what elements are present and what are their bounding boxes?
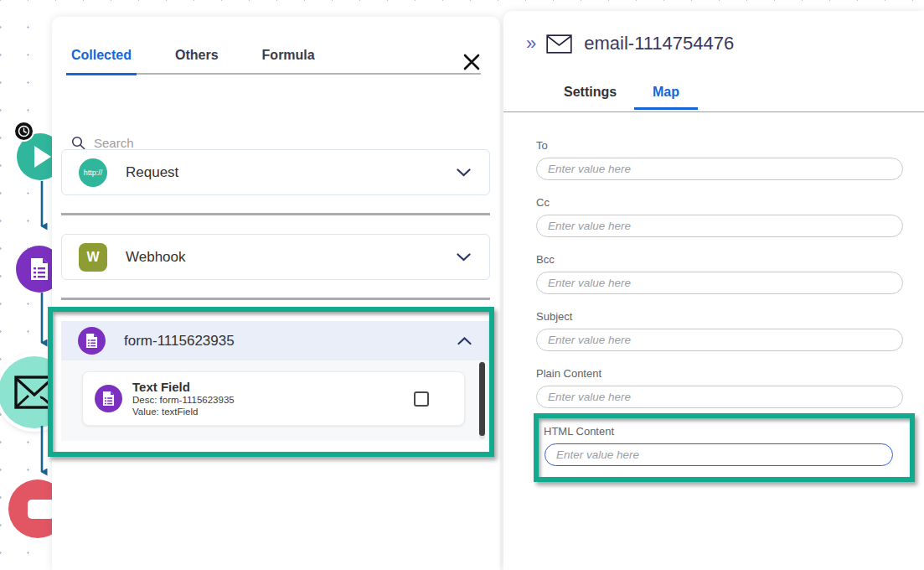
field-subject: Subject [536,310,903,351]
field-html-content: HTML Content [536,425,903,466]
clock-icon [18,125,30,137]
config-tabs: Settings Map [503,85,924,112]
scrollbar-thumb[interactable] [479,362,485,436]
tab-map[interactable]: Map [653,85,679,100]
field-plain-content: Plain Content [536,367,903,408]
search-input[interactable] [94,136,481,150]
tab-formula[interactable]: Formula [262,39,315,73]
subject-input[interactable] [536,329,903,351]
field-label: Bcc [536,253,903,266]
field-value: Value: textField [132,406,414,417]
source-row-request[interactable]: http:// Request [61,149,490,195]
field-cc: Cc [536,196,903,237]
source-label: form-1115623935 [124,333,457,350]
email-icon [546,34,572,54]
bcc-input[interactable] [536,272,903,294]
field-title: Text Field [132,380,414,394]
webhook-icon: W [79,243,107,272]
tab-collected[interactable]: Collected [71,39,132,73]
field-to: To [536,139,903,180]
source-row-form[interactable]: form-1115623935 [61,321,490,360]
email-config-panel: » email-1114754476 Settings Map To Cc Bc… [503,11,924,570]
field-label: Plain Content [536,367,903,380]
field-label: HTML Content [544,425,903,438]
source-label: Webhook [126,249,457,266]
clock-badge[interactable] [13,121,34,142]
form-document-icon [78,327,106,355]
chevron-up-icon[interactable] [457,337,472,345]
data-picker-tabs: Collected Others Formula [71,39,481,75]
chevron-down-icon[interactable] [457,168,471,177]
list-item-text-field[interactable]: Text Field Desc: form-1115623935 Value: … [82,371,465,426]
workflow-connectors [0,0,59,570]
data-picker-panel: Collected Others Formula http:// Request… [52,17,500,570]
collapse-panel-icon[interactable]: » [526,34,534,53]
section-divider [61,213,490,215]
panel-header: » email-1114754476 [526,33,734,54]
tab-settings[interactable]: Settings [564,85,617,100]
field-checkbox[interactable] [414,391,429,407]
search-icon [71,136,85,150]
section-divider [61,298,490,300]
field-desc: Desc: form-1115623935 [132,394,414,406]
page-title: email-1114754476 [584,33,734,54]
source-row-webhook[interactable]: W Webhook [61,234,490,280]
tab-others[interactable]: Others [175,39,219,73]
form-document-icon [95,385,122,412]
chevron-down-icon[interactable] [457,253,471,262]
to-input[interactable] [536,158,903,180]
html-content-input[interactable] [545,443,893,466]
form-fields-list: Text Field Desc: form-1115623935 Value: … [61,360,490,441]
field-label: Cc [536,196,903,209]
close-icon[interactable] [463,54,480,70]
field-label: To [536,139,903,152]
source-label: Request [126,164,457,181]
plain-content-input[interactable] [536,386,903,408]
field-label: Subject [536,310,903,323]
http-request-icon: http:// [79,158,107,187]
cc-input[interactable] [536,215,903,237]
source-section-form: form-1115623935 Text Field [61,321,490,441]
field-bcc: Bcc [536,253,903,294]
